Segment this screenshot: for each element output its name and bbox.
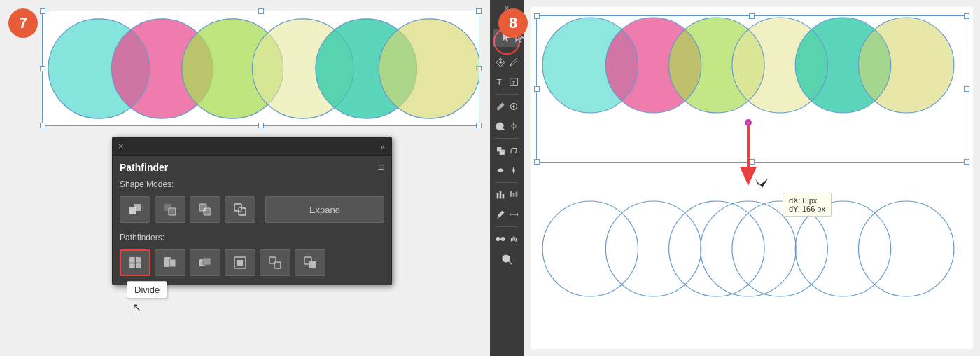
pathfinder-buttons: Divide ↖ <box>113 247 391 285</box>
expand-button[interactable]: Expand <box>265 196 384 223</box>
shear-tool[interactable] <box>507 142 520 160</box>
svg-rect-47 <box>499 191 501 199</box>
blend-tools-pair[interactable] <box>493 230 520 248</box>
reflect-tool[interactable] <box>507 117 520 135</box>
toolbar-divider-1 <box>495 50 519 50</box>
coord-dy: dY: 166 px <box>789 205 825 213</box>
svg-point-76 <box>701 201 796 296</box>
blob-brush-tool[interactable] <box>507 97 520 116</box>
pathfinder-panel: × « Pathfinder ≡ Shape Modes: <box>112 137 392 285</box>
svg-point-79 <box>858 201 953 296</box>
svg-point-83 <box>745 119 752 126</box>
exclude-button[interactable] <box>225 196 255 223</box>
right-canvas-inner: dX: 0 px dY: 166 px <box>531 7 973 349</box>
divide-button[interactable] <box>120 249 150 276</box>
divide-btn-container: Divide ↖ <box>120 249 150 276</box>
toolbar-divider-4 <box>495 182 519 183</box>
paintbrush-tool[interactable] <box>493 97 507 116</box>
minus-front-button[interactable] <box>155 196 186 223</box>
svg-marker-82 <box>755 179 768 188</box>
minus-back-button[interactable] <box>295 249 326 276</box>
svg-line-58 <box>509 261 512 264</box>
svg-point-73 <box>542 201 638 296</box>
svg-text:T: T <box>496 78 501 86</box>
panel-titlebar: × « <box>113 137 391 156</box>
blend-tool[interactable] <box>493 230 507 248</box>
step-badge-7: 7 <box>8 8 38 38</box>
toolbar-divider-3 <box>495 138 519 139</box>
type-tools-pair[interactable]: T T <box>493 73 520 91</box>
column-graph-tool[interactable] <box>507 186 520 204</box>
divide-tooltip: Divide <box>127 281 167 299</box>
svg-text:T: T <box>512 80 515 86</box>
panel-collapse-button[interactable]: « <box>381 142 386 151</box>
svg-rect-45 <box>500 150 504 154</box>
svg-point-38 <box>499 61 502 64</box>
outline-button[interactable] <box>260 249 290 276</box>
width-tool[interactable] <box>507 161 520 179</box>
eyedropper-tool[interactable] <box>493 205 507 224</box>
svg-point-75 <box>669 201 764 296</box>
svg-point-66 <box>858 18 953 113</box>
canvas-area-7 <box>42 11 479 126</box>
warp-tool[interactable] <box>493 161 507 179</box>
panel-menu-icon[interactable]: ≡ <box>378 161 384 174</box>
svg-rect-48 <box>502 194 504 198</box>
pathfinders-label: Pathfinders: <box>113 230 391 247</box>
unite-button[interactable] <box>120 196 150 223</box>
merge-button[interactable] <box>190 249 220 276</box>
right-canvas: dX: 0 px dY: 166 px <box>531 7 973 349</box>
right-panel: 8 × « T <box>490 0 980 356</box>
toolbar-divider-5 <box>495 226 519 227</box>
svg-rect-31 <box>203 258 211 265</box>
toolbar: × « T T <box>490 0 524 356</box>
zoom-tool-button[interactable] <box>493 250 520 268</box>
pencil-tool[interactable] <box>507 53 520 71</box>
svg-rect-46 <box>496 193 498 198</box>
svg-rect-13 <box>134 204 141 211</box>
svg-rect-49 <box>510 191 512 197</box>
svg-rect-33 <box>237 260 243 266</box>
svg-marker-81 <box>740 167 757 186</box>
eyedropper-tools-pair[interactable] <box>493 205 520 224</box>
shape-modes-label: Shape Modes: <box>113 177 391 193</box>
brush-tools-pair[interactable] <box>493 97 520 116</box>
pen-tools-pair[interactable] <box>493 53 520 71</box>
coord-tooltip: dX: 0 px dY: 166 px <box>783 193 832 217</box>
circles-svg-7 <box>43 11 479 125</box>
svg-rect-51 <box>515 192 517 197</box>
transform-tools-pair[interactable] <box>493 142 520 160</box>
warp-tools-pair[interactable] <box>493 161 520 179</box>
measure-tool[interactable] <box>507 205 520 224</box>
left-panel: 7 <box>0 0 490 356</box>
rotate-tool[interactable] <box>493 117 507 135</box>
pen-tool[interactable] <box>493 53 507 71</box>
rotate-tools-pair[interactable] <box>493 117 520 135</box>
toolbar-divider-2 <box>495 94 519 95</box>
svg-rect-15 <box>169 208 176 215</box>
svg-point-74 <box>606 201 701 296</box>
svg-point-55 <box>496 237 499 240</box>
trim-button[interactable] <box>155 249 186 276</box>
panel-title: Pathfinder ≡ <box>113 156 391 177</box>
panel-title-text: Pathfinder <box>120 162 168 173</box>
right-circles-svg <box>531 7 973 349</box>
svg-rect-36 <box>309 261 316 268</box>
intersect-button[interactable] <box>190 196 220 223</box>
hand-tool[interactable] <box>507 230 520 248</box>
graph-tools-pair[interactable] <box>493 186 520 204</box>
cursor-icon: ↖ <box>132 301 141 314</box>
area-type-tool[interactable]: T <box>507 73 520 91</box>
svg-rect-21 <box>239 208 241 211</box>
shape-modes-buttons: Expand <box>113 193 391 230</box>
type-tool[interactable]: T <box>493 73 507 91</box>
scale-tool[interactable] <box>493 142 507 160</box>
step-badge-8: 8 <box>498 8 528 38</box>
crop-button[interactable] <box>225 249 255 276</box>
svg-rect-18 <box>204 208 206 211</box>
panel-close-button[interactable]: × <box>118 141 124 151</box>
svg-rect-29 <box>169 259 176 267</box>
svg-point-56 <box>500 237 504 240</box>
bar-graph-tool[interactable] <box>493 186 507 204</box>
svg-rect-50 <box>512 193 514 196</box>
